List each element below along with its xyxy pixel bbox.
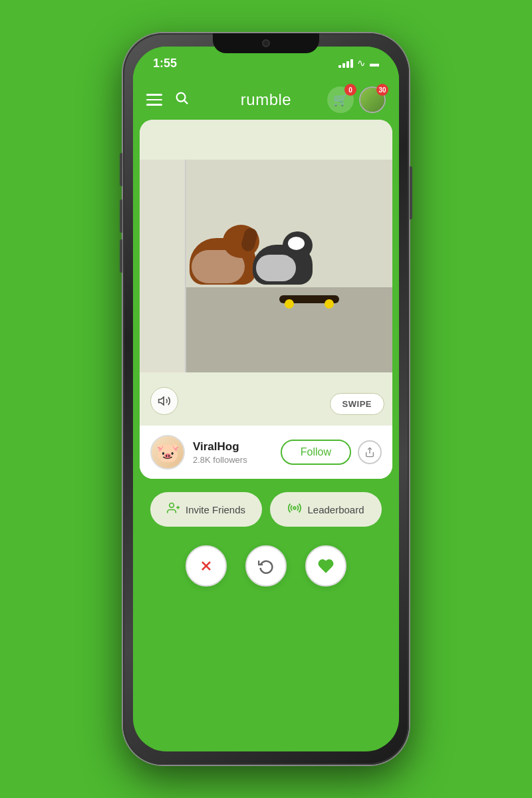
dog2-head-white — [288, 237, 305, 250]
dog2-white — [256, 255, 296, 281]
skateboard — [279, 295, 339, 309]
notch — [213, 33, 319, 53]
video-top-space — [140, 120, 392, 160]
svg-point-4 — [170, 503, 174, 507]
invite-icon — [167, 501, 180, 518]
reload-button[interactable] — [245, 545, 287, 587]
signal-icon — [338, 59, 353, 68]
video-thumbnail[interactable] — [140, 160, 392, 372]
video-card: SWIPE 🐷 ViralHog 2.8K followers Follow — [140, 120, 392, 479]
header-right: 🛒 0 30 — [327, 86, 386, 113]
battery-icon: ▬ — [370, 58, 379, 68]
channel-row: 🐷 ViralHog 2.8K followers Follow — [140, 426, 392, 479]
search-button[interactable] — [174, 90, 189, 109]
dog-scene — [140, 160, 392, 372]
phone-frame: 1:55 ∿ ▬ — [123, 33, 409, 765]
swipe-button[interactable]: SWIPE — [330, 393, 384, 415]
leaderboard-label: Leaderboard — [307, 504, 364, 515]
cart-icon-wrap: 🛒 0 — [327, 86, 354, 113]
wifi-icon: ∿ — [357, 57, 366, 69]
status-icons: ∿ ▬ — [338, 57, 379, 69]
channel-name: ViralHog — [193, 440, 273, 454]
video-bottom-space: SWIPE — [140, 372, 392, 426]
header-left — [146, 90, 189, 109]
skate-wheel-left — [285, 299, 294, 309]
live-icon — [287, 501, 302, 519]
dismiss-button[interactable] — [186, 545, 227, 587]
like-button[interactable] — [305, 545, 346, 587]
bottom-buttons: Invite Friends Leaderboard — [140, 487, 392, 532]
camera — [262, 39, 270, 47]
avatar-badge: 30 — [376, 84, 388, 96]
status-time: 1:55 — [153, 57, 177, 70]
dog2 — [246, 231, 319, 298]
action-row — [140, 540, 392, 597]
leaderboard-button[interactable]: Leaderboard — [270, 492, 382, 527]
channel-actions: Follow — [281, 440, 382, 465]
cart-icon: 🛒 — [333, 92, 348, 107]
channel-avatar[interactable]: 🐷 — [150, 435, 185, 469]
invite-label: Invite Friends — [186, 504, 245, 515]
skate-wheel-right — [325, 299, 334, 309]
channel-info: ViralHog 2.8K followers — [193, 440, 273, 465]
cart-badge: 0 — [344, 84, 356, 96]
svg-line-1 — [184, 100, 188, 104]
svg-marker-2 — [159, 397, 164, 405]
menu-button[interactable] — [146, 94, 162, 106]
avatar-wrap: 30 — [359, 86, 386, 113]
svg-point-0 — [177, 93, 186, 102]
phone-screen: 1:55 ∿ ▬ — [133, 47, 399, 751]
channel-followers: 2.8K followers — [193, 455, 273, 465]
app-title: rumble — [241, 90, 291, 109]
follow-button[interactable]: Follow — [281, 440, 351, 465]
invite-friends-button[interactable]: Invite Friends — [150, 492, 262, 527]
app-header: rumble 🛒 0 30 — [133, 80, 399, 120]
svg-point-7 — [294, 507, 297, 509]
content-area: SWIPE 🐷 ViralHog 2.8K followers Follow — [133, 120, 399, 597]
sound-button[interactable] — [150, 387, 178, 415]
dog2-head — [283, 231, 313, 259]
share-button[interactable] — [358, 440, 382, 464]
